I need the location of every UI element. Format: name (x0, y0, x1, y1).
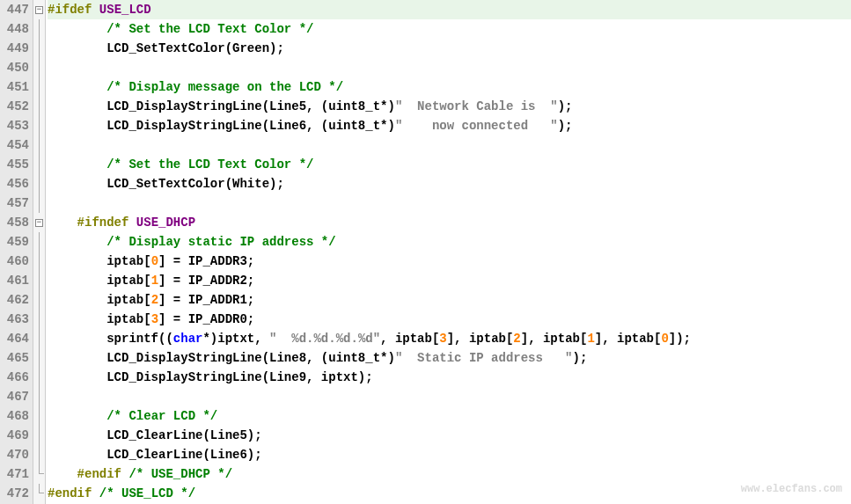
code-line[interactable] (48, 135, 851, 155)
fold-marker[interactable] (33, 19, 45, 39)
code-token: iptab[ (48, 312, 151, 326)
code-line[interactable]: LCD_ClearLine(Line6); (48, 445, 851, 464)
fold-marker[interactable] (33, 252, 45, 271)
code-line[interactable]: LCD_SetTextColor(White); (48, 174, 851, 194)
code-line[interactable]: LCD_SetTextColor(Green); (48, 39, 851, 58)
fold-marker[interactable] (33, 271, 45, 290)
code-line[interactable]: iptab[0] = IP_ADDR3; (48, 252, 851, 271)
fold-marker[interactable] (33, 116, 45, 135)
code-token: " %d.%d.%d.%d" (269, 332, 380, 346)
line-number: 458 (0, 213, 29, 232)
code-token: 2 (513, 332, 520, 346)
code-token: ] = IP_ADDR1; (158, 293, 254, 307)
fold-marker[interactable] (33, 310, 45, 329)
code-line[interactable] (48, 194, 851, 213)
fold-marker[interactable] (33, 464, 45, 484)
line-number: 471 (0, 464, 29, 484)
code-line[interactable]: /* Set the LCD Text Color */ (48, 19, 851, 39)
code-line[interactable]: /* Set the LCD Text Color */ (48, 155, 851, 174)
code-line[interactable]: #ifndef USE_DHCP (48, 213, 851, 232)
fold-marker[interactable]: − (33, 0, 45, 19)
fold-marker[interactable] (33, 387, 45, 406)
code-line[interactable]: #endif /* USE_DHCP */ (48, 464, 851, 484)
fold-collapse-icon[interactable]: − (35, 219, 43, 227)
code-line[interactable]: iptab[1] = IP_ADDR2; (48, 271, 851, 290)
code-token (48, 409, 106, 423)
fold-marker[interactable] (33, 77, 45, 97)
code-line[interactable]: iptab[3] = IP_ADDR0; (48, 310, 851, 329)
fold-marker[interactable] (33, 329, 45, 348)
code-token: iptab[ (48, 293, 151, 307)
code-line[interactable]: LCD_DisplayStringLine(Line9, iptxt); (48, 368, 851, 387)
code-token: #ifdef (48, 3, 92, 17)
code-token: iptab[ (48, 254, 151, 268)
line-number: 456 (0, 174, 29, 194)
line-number: 464 (0, 329, 29, 348)
fold-marker[interactable] (33, 484, 45, 503)
code-token: ], iptab[ (521, 332, 588, 346)
code-token: char (173, 332, 203, 346)
fold-marker[interactable] (33, 232, 45, 252)
code-line[interactable]: LCD_ClearLine(Line5); (48, 426, 851, 445)
line-number: 468 (0, 406, 29, 426)
code-token: LCD_ClearLine(Line5); (48, 428, 262, 442)
code-token: 2 (151, 293, 158, 307)
line-number: 462 (0, 290, 29, 310)
line-number: 460 (0, 252, 29, 271)
code-token: , iptab[ (380, 332, 439, 346)
code-line[interactable] (48, 58, 851, 77)
code-line[interactable]: sprintf((char*)iptxt, " %d.%d.%d.%d", ip… (48, 329, 851, 348)
code-line[interactable]: #ifdef USE_LCD (48, 0, 851, 19)
line-number: 465 (0, 348, 29, 368)
code-editor[interactable]: 4474484494504514524534544554564574584594… (0, 0, 851, 504)
code-token: /* Clear LCD */ (106, 409, 217, 423)
code-token: LCD_SetTextColor(White); (48, 177, 284, 191)
code-token (48, 157, 106, 172)
fold-marker[interactable]: − (33, 213, 45, 232)
fold-marker[interactable] (33, 426, 45, 445)
fold-marker[interactable] (33, 155, 45, 174)
code-area[interactable]: #ifdef USE_LCD /* Set the LCD Text Color… (46, 0, 851, 504)
code-token: ); (558, 99, 573, 113)
code-line[interactable]: LCD_DisplayStringLine(Line6, (uint8_t*)"… (48, 116, 851, 135)
code-token: iptab[ (48, 274, 151, 288)
fold-marker[interactable] (33, 445, 45, 464)
fold-marker[interactable] (33, 194, 45, 213)
fold-marker[interactable] (33, 174, 45, 194)
fold-marker[interactable] (33, 406, 45, 426)
code-token: ], iptab[ (595, 332, 662, 346)
code-token: #endif (48, 486, 92, 500)
line-number-gutter: 4474484494504514524534544554564574584594… (0, 0, 33, 504)
code-line[interactable]: #endif /* USE_LCD */ (48, 484, 851, 503)
fold-marker[interactable] (33, 368, 45, 387)
fold-marker[interactable] (33, 97, 45, 116)
code-line[interactable] (48, 387, 851, 406)
fold-marker[interactable] (33, 58, 45, 77)
fold-collapse-icon[interactable]: − (35, 6, 43, 14)
code-line[interactable]: /* Clear LCD */ (48, 406, 851, 426)
code-token (48, 215, 77, 230)
line-number: 450 (0, 58, 29, 77)
fold-marker[interactable] (33, 39, 45, 58)
code-line[interactable]: LCD_DisplayStringLine(Line8, (uint8_t*)"… (48, 348, 851, 368)
line-number: 472 (0, 484, 29, 503)
code-token: /* USE_LCD */ (99, 486, 195, 500)
code-token: 1 (151, 274, 158, 288)
line-number: 453 (0, 116, 29, 135)
code-token: ); (573, 351, 588, 365)
fold-marker[interactable] (33, 348, 45, 368)
line-number: 451 (0, 77, 29, 97)
code-line[interactable]: LCD_DisplayStringLine(Line5, (uint8_t*)"… (48, 97, 851, 116)
code-line[interactable]: /* Display static IP address */ (48, 232, 851, 252)
code-token: ] = IP_ADDR0; (158, 312, 254, 326)
code-token: USE_LCD (92, 3, 150, 17)
code-token: LCD_SetTextColor(Green); (48, 41, 284, 55)
code-line[interactable]: iptab[2] = IP_ADDR1; (48, 290, 851, 310)
fold-marker[interactable] (33, 135, 45, 155)
code-line[interactable]: /* Display message on the LCD */ (48, 77, 851, 97)
fold-marker[interactable] (33, 290, 45, 310)
fold-column[interactable]: −− (33, 0, 46, 504)
line-number: 467 (0, 387, 29, 406)
code-token: /* USE_DHCP */ (128, 467, 232, 481)
line-number: 454 (0, 135, 29, 155)
